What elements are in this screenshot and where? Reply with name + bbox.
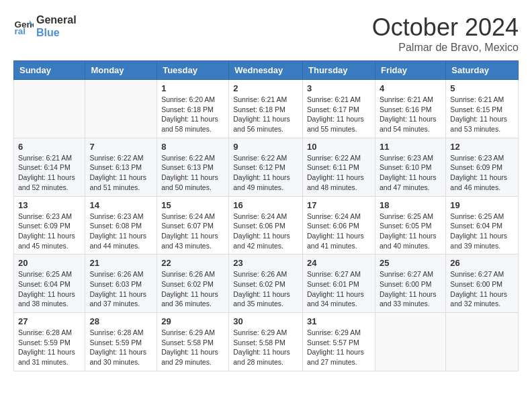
day-number: 15	[161, 200, 224, 210]
cell-info: Sunrise: 6:22 AM	[161, 153, 224, 163]
day-number: 20	[18, 258, 81, 268]
day-number: 18	[380, 200, 441, 210]
day-number: 21	[89, 258, 152, 268]
cell-info: Sunset: 6:02 PM	[161, 279, 224, 289]
day-number: 10	[307, 142, 371, 152]
cell-info: Sunset: 6:04 PM	[18, 279, 81, 289]
cell-info: Sunrise: 6:24 AM	[307, 212, 371, 222]
cell-info: Daylight: 11 hours and 31 minutes.	[18, 347, 81, 367]
cell-info: Daylight: 11 hours and 28 minutes.	[233, 347, 298, 367]
cell-info: Sunset: 6:12 PM	[233, 163, 298, 173]
cell-info: Daylight: 11 hours and 50 minutes.	[161, 173, 224, 192]
cell-info: Sunset: 6:18 PM	[233, 105, 298, 115]
day-number: 27	[18, 316, 81, 326]
calendar-cell: 9Sunrise: 6:22 AMSunset: 6:12 PMDaylight…	[229, 138, 303, 196]
week-row-3: 13Sunrise: 6:23 AMSunset: 6:09 PMDayligh…	[14, 196, 519, 255]
day-header-saturday: Saturday	[446, 61, 519, 80]
cell-info: Daylight: 11 hours and 55 minutes.	[307, 114, 371, 134]
day-number: 29	[161, 316, 224, 326]
calendar-cell: 7Sunrise: 6:22 AMSunset: 6:13 PMDaylight…	[85, 138, 157, 196]
cell-info: Daylight: 11 hours and 29 minutes.	[161, 347, 224, 367]
cell-info: Sunrise: 6:24 AM	[233, 212, 298, 222]
cell-info: Sunrise: 6:28 AM	[89, 328, 152, 338]
calendar-table: SundayMondayTuesdayWednesdayThursdayFrid…	[13, 60, 519, 371]
cell-info: Sunrise: 6:23 AM	[450, 153, 514, 163]
day-number: 8	[161, 142, 224, 152]
cell-info: Sunrise: 6:21 AM	[380, 95, 441, 105]
logo: Gene ral General Blue	[13, 13, 77, 39]
cell-info: Daylight: 11 hours and 51 minutes.	[89, 173, 152, 192]
cell-info: Sunrise: 6:25 AM	[380, 212, 441, 222]
cell-info: Sunrise: 6:22 AM	[307, 153, 371, 163]
cell-info: Daylight: 11 hours and 58 minutes.	[161, 114, 224, 134]
cell-info: Sunrise: 6:23 AM	[380, 153, 441, 163]
cell-info: Daylight: 11 hours and 49 minutes.	[233, 173, 298, 192]
cell-info: Sunset: 6:09 PM	[18, 221, 81, 231]
cell-info: Sunset: 6:07 PM	[161, 221, 224, 231]
calendar-cell: 21Sunrise: 6:26 AMSunset: 6:03 PMDayligh…	[85, 255, 157, 313]
month-title: October 2024	[372, 13, 519, 42]
cell-info: Sunset: 6:00 PM	[380, 279, 441, 289]
cell-info: Sunset: 6:10 PM	[380, 163, 441, 173]
cell-info: Sunset: 5:57 PM	[307, 338, 371, 348]
calendar-cell: 6Sunrise: 6:21 AMSunset: 6:14 PMDaylight…	[14, 138, 85, 196]
calendar-cell	[85, 80, 157, 138]
cell-info: Daylight: 11 hours and 45 minutes.	[18, 231, 81, 250]
day-number: 13	[18, 200, 81, 210]
calendar-cell: 23Sunrise: 6:26 AMSunset: 6:02 PMDayligh…	[229, 255, 303, 313]
cell-info: Daylight: 11 hours and 43 minutes.	[161, 231, 224, 250]
cell-info: Daylight: 11 hours and 33 minutes.	[380, 289, 441, 309]
cell-info: Daylight: 11 hours and 35 minutes.	[233, 289, 298, 309]
calendar-cell: 13Sunrise: 6:23 AMSunset: 6:09 PMDayligh…	[14, 196, 85, 255]
cell-info: Sunset: 6:03 PM	[89, 279, 152, 289]
cell-info: Daylight: 11 hours and 27 minutes.	[307, 347, 371, 367]
cell-info: Sunset: 6:02 PM	[233, 279, 298, 289]
cell-info: Sunrise: 6:25 AM	[18, 269, 81, 279]
cell-info: Sunrise: 6:27 AM	[380, 269, 441, 279]
calendar-cell: 12Sunrise: 6:23 AMSunset: 6:09 PMDayligh…	[446, 138, 519, 196]
cell-info: Sunrise: 6:23 AM	[18, 212, 81, 222]
cell-info: Sunrise: 6:27 AM	[307, 269, 371, 279]
day-number: 7	[89, 142, 152, 152]
day-number: 30	[233, 316, 298, 326]
day-number: 4	[380, 83, 441, 93]
day-header-wednesday: Wednesday	[229, 61, 303, 80]
cell-info: Daylight: 11 hours and 48 minutes.	[307, 173, 371, 192]
cell-info: Daylight: 11 hours and 30 minutes.	[89, 347, 152, 367]
location: Palmar de Bravo, Mexico	[372, 42, 519, 54]
calendar-cell: 30Sunrise: 6:29 AMSunset: 5:58 PMDayligh…	[229, 313, 303, 371]
title-area: October 2024 Palmar de Bravo, Mexico	[372, 13, 519, 54]
calendar-cell: 27Sunrise: 6:28 AMSunset: 5:59 PMDayligh…	[14, 313, 85, 371]
cell-info: Sunrise: 6:21 AM	[307, 95, 371, 105]
cell-info: Daylight: 11 hours and 54 minutes.	[380, 114, 441, 134]
calendar-cell: 18Sunrise: 6:25 AMSunset: 6:05 PMDayligh…	[375, 196, 445, 255]
day-number: 17	[307, 200, 371, 210]
calendar-cell: 16Sunrise: 6:24 AMSunset: 6:06 PMDayligh…	[229, 196, 303, 255]
cell-info: Sunset: 6:01 PM	[307, 279, 371, 289]
calendar-cell	[375, 313, 445, 371]
cell-info: Sunrise: 6:25 AM	[450, 212, 514, 222]
cell-info: Sunrise: 6:26 AM	[161, 269, 224, 279]
cell-info: Sunrise: 6:23 AM	[89, 212, 152, 222]
cell-info: Sunrise: 6:21 AM	[233, 95, 298, 105]
cell-info: Sunrise: 6:26 AM	[233, 269, 298, 279]
cell-info: Daylight: 11 hours and 53 minutes.	[450, 114, 514, 134]
cell-info: Daylight: 11 hours and 36 minutes.	[161, 289, 224, 309]
cell-info: Sunset: 5:59 PM	[89, 338, 152, 348]
day-number: 22	[161, 258, 224, 268]
cell-info: Sunset: 6:16 PM	[380, 105, 441, 115]
cell-info: Sunrise: 6:21 AM	[18, 153, 81, 163]
day-number: 2	[233, 83, 298, 93]
cell-info: Sunset: 6:06 PM	[233, 221, 298, 231]
cell-info: Sunrise: 6:27 AM	[450, 269, 514, 279]
cell-info: Sunset: 6:05 PM	[380, 221, 441, 231]
calendar-cell: 2Sunrise: 6:21 AMSunset: 6:18 PMDaylight…	[229, 80, 303, 138]
calendar-cell: 3Sunrise: 6:21 AMSunset: 6:17 PMDaylight…	[303, 80, 375, 138]
cell-info: Sunset: 6:04 PM	[450, 221, 514, 231]
day-number: 25	[380, 258, 441, 268]
calendar-header: SundayMondayTuesdayWednesdayThursdayFrid…	[14, 61, 519, 80]
calendar-cell: 25Sunrise: 6:27 AMSunset: 6:00 PMDayligh…	[375, 255, 445, 313]
day-number: 26	[450, 258, 514, 268]
calendar-cell: 20Sunrise: 6:25 AMSunset: 6:04 PMDayligh…	[14, 255, 85, 313]
cell-info: Daylight: 11 hours and 42 minutes.	[233, 231, 298, 250]
